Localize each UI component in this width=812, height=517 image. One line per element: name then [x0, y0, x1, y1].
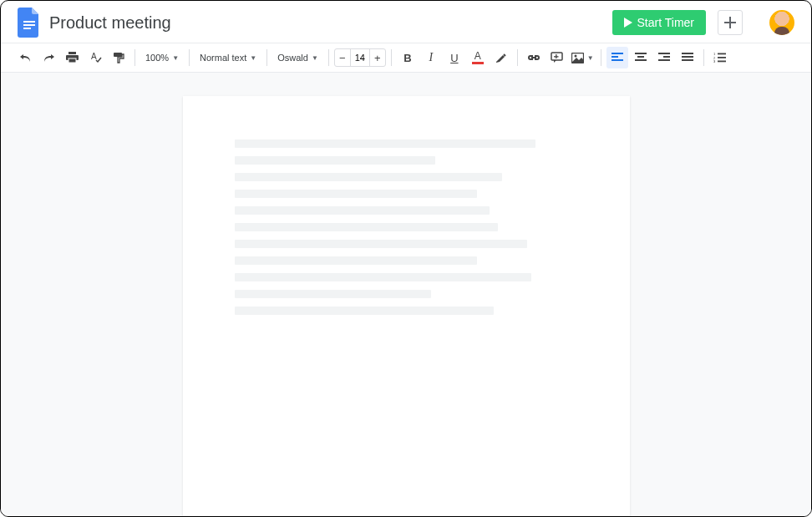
chevron-down-icon: ▼ — [172, 54, 179, 62]
svg-rect-15 — [612, 59, 623, 61]
style-value: Normal text — [200, 53, 246, 63]
toolbar: A 100% ▼ Normal text ▼ Oswald ▼ − + B I … — [1, 43, 811, 73]
docs-logo-icon[interactable] — [18, 8, 41, 38]
font-size-group: − + — [334, 48, 386, 67]
link-icon — [527, 53, 540, 62]
svg-rect-2 — [23, 28, 31, 29]
font-size-increase-button[interactable]: + — [370, 49, 385, 66]
svg-rect-26 — [718, 53, 726, 55]
insert-link-button[interactable] — [523, 47, 545, 68]
undo-button[interactable] — [14, 47, 36, 68]
redo-button[interactable] — [38, 47, 59, 68]
toolbar-separator — [266, 49, 267, 66]
paragraph-style-dropdown[interactable]: Normal text ▼ — [195, 47, 261, 68]
align-justify-icon — [682, 53, 693, 63]
svg-rect-24 — [682, 59, 693, 61]
paint-format-button[interactable] — [108, 47, 129, 68]
print-button[interactable] — [61, 47, 83, 68]
bold-icon: B — [403, 52, 411, 64]
toolbar-separator — [601, 49, 601, 66]
chevron-down-icon: ▼ — [312, 54, 318, 62]
zoom-dropdown[interactable]: 100% ▼ — [140, 47, 184, 68]
image-icon — [571, 53, 584, 63]
font-value: Oswald — [277, 53, 308, 63]
svg-rect-5 — [69, 58, 76, 63]
svg-rect-20 — [663, 56, 670, 58]
svg-rect-3 — [69, 52, 76, 54]
svg-point-12 — [574, 54, 576, 57]
svg-rect-13 — [612, 53, 623, 54]
font-family-dropdown[interactable]: Oswald ▼ — [272, 47, 323, 68]
svg-rect-10 — [554, 56, 559, 57]
start-timer-label: Start Timer — [637, 16, 694, 29]
start-timer-button[interactable]: Start Timer — [612, 10, 706, 35]
page[interactable] — [183, 96, 630, 516]
document-canvas[interactable] — [1, 73, 811, 516]
placeholder-line — [235, 173, 502, 181]
svg-rect-16 — [635, 53, 647, 54]
align-left-button[interactable] — [606, 47, 628, 68]
comment-icon — [551, 52, 563, 63]
toolbar-separator — [703, 49, 704, 66]
svg-rect-21 — [658, 59, 670, 61]
align-center-icon — [635, 53, 647, 63]
svg-rect-1 — [23, 24, 35, 26]
plus-icon — [724, 17, 736, 28]
toolbar-separator — [328, 49, 329, 66]
svg-rect-30 — [718, 61, 726, 63]
toolbar-separator — [189, 49, 190, 66]
svg-rect-17 — [637, 56, 644, 58]
svg-rect-19 — [658, 53, 670, 54]
underline-icon: U — [450, 52, 458, 64]
align-right-icon — [658, 53, 670, 63]
italic-button[interactable]: I — [420, 47, 442, 68]
placeholder-line — [235, 240, 527, 248]
svg-rect-14 — [612, 56, 618, 58]
toolbar-separator — [391, 49, 392, 66]
font-size-input[interactable] — [350, 49, 370, 66]
italic-icon: I — [429, 51, 434, 64]
paint-roller-icon — [113, 52, 125, 64]
chevron-down-icon: ▼ — [587, 54, 594, 62]
placeholder-line — [235, 256, 477, 265]
highlight-color-button[interactable] — [490, 47, 512, 68]
placeholder-line — [235, 139, 535, 148]
placeholder-line — [235, 223, 498, 231]
bold-button[interactable]: B — [397, 47, 419, 68]
placeholder-line — [235, 290, 431, 298]
placeholder-line — [235, 307, 494, 315]
svg-rect-7 — [114, 53, 122, 57]
toolbar-separator — [517, 49, 518, 66]
toolbar-separator — [134, 49, 135, 66]
svg-text:A: A — [91, 52, 97, 61]
insert-image-dropdown[interactable]: ▼ — [570, 47, 596, 68]
text-color-icon: A — [472, 51, 484, 64]
chevron-down-icon: ▼ — [250, 54, 256, 62]
numbered-list-icon: 1 2 3 — [713, 53, 726, 63]
align-left-icon — [612, 53, 623, 63]
spellcheck-button[interactable]: A — [84, 47, 106, 68]
play-icon — [624, 18, 632, 28]
svg-rect-22 — [682, 53, 693, 54]
app-header: Product meeting Start Timer — [1, 1, 811, 43]
underline-button[interactable]: U — [444, 47, 465, 68]
svg-rect-28 — [718, 57, 726, 58]
text-color-button[interactable]: A — [467, 47, 489, 68]
zoom-value: 100% — [145, 53, 169, 63]
svg-text:3: 3 — [713, 59, 716, 63]
highlighter-icon — [495, 52, 507, 64]
placeholder-line — [235, 206, 490, 215]
align-center-button[interactable] — [630, 47, 652, 68]
align-right-button[interactable] — [653, 47, 675, 68]
insert-comment-button[interactable] — [546, 47, 568, 68]
redo-icon — [43, 53, 55, 63]
font-size-decrease-button[interactable]: − — [335, 49, 350, 66]
align-justify-button[interactable] — [677, 47, 698, 68]
placeholder-line — [235, 190, 477, 198]
document-title[interactable]: Product meeting — [49, 13, 604, 33]
numbered-list-button[interactable]: 1 2 3 — [709, 47, 731, 68]
user-avatar[interactable] — [769, 10, 794, 35]
print-icon — [66, 52, 79, 63]
placeholder-line — [235, 156, 435, 165]
add-button[interactable] — [718, 10, 743, 35]
